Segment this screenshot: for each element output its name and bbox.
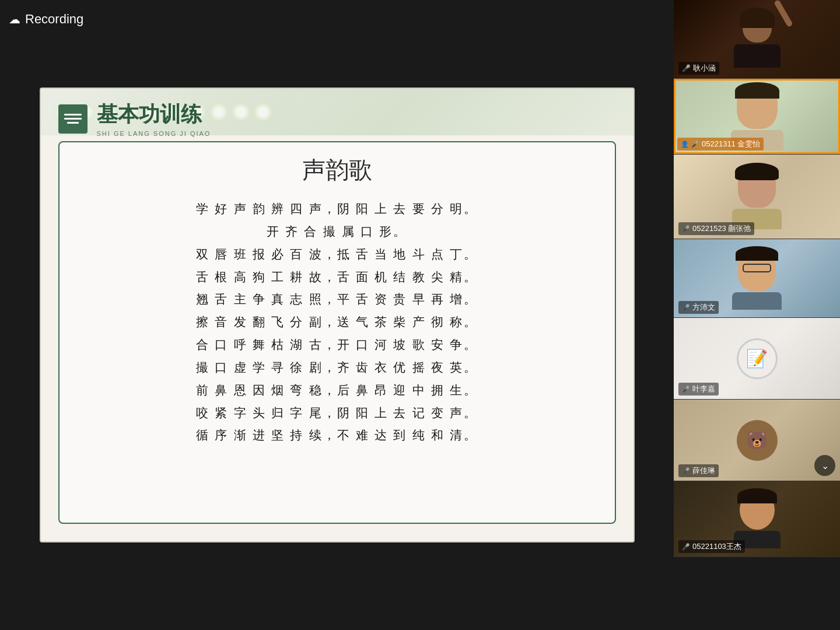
mic-icon-7: 🎤	[682, 543, 690, 551]
participant-name-label-5: 🎤 叶李嘉	[678, 383, 719, 396]
poem-line-1: 学 好 声 韵 辨 四 声，阴 阳 上 去 要 分 明。	[196, 198, 478, 220]
participant-tile-2: 👤 🎤 05221311 金雯怡	[674, 79, 840, 155]
participant-tile-4: 🎤 方沛文	[674, 239, 840, 318]
icon-line-3	[67, 122, 79, 124]
slide-container: 基本功训练 SHI GE LANG SONG JI QIAO 声韵歌 学 好 声…	[40, 88, 635, 542]
participant-name-label-2: 👤 🎤 05221311 金雯怡	[677, 138, 764, 150]
mic-icon-1: 🎤	[682, 64, 691, 72]
participants-sidebar: 🎤 耿小涵 👤 🎤 05221311 金雯怡	[674, 0, 840, 630]
person-head-1	[743, 10, 772, 43]
scroll-down-button[interactable]: ⌄	[814, 455, 835, 476]
poem-line-11: 循 序 渐 进 坚 持 续，不 难 达 到 纯 和 清。	[196, 424, 478, 447]
icon-line-2	[64, 118, 82, 120]
person-body-4	[732, 292, 782, 310]
poem-content: 学 好 声 韵 辨 四 声，阴 阳 上 去 要 分 明。 开 齐 合 撮 属 口…	[196, 198, 478, 447]
participant-name-6: 薛佳琳	[692, 466, 715, 476]
poem-line-4: 舌 根 高 狗 工 耕 故，舌 面 机 结 教 尖 精。	[196, 266, 478, 289]
avatar-6: 🐻	[737, 420, 778, 461]
participant-visual-3	[732, 164, 782, 229]
person-face-4	[738, 247, 776, 291]
person-silhouette-1	[734, 10, 780, 68]
flower-8	[210, 103, 228, 121]
poem-line-5: 翘 舌 主 争 真 志 照，平 舌 资 贵 早 再 增。	[196, 288, 478, 311]
mic-icon-5: 🎤	[682, 386, 690, 393]
person-glasses-4	[743, 264, 771, 272]
main-title-chinese: 基本功训练	[97, 100, 211, 129]
participant-name-5: 叶李嘉	[692, 384, 715, 394]
person-hair-2	[735, 82, 779, 99]
avatar-5: 📝	[737, 338, 778, 379]
poem-line-9: 前 鼻 恩 因 烟 弯 稳，后 鼻 昂 迎 中 拥 生。	[196, 379, 478, 402]
poem-line-6: 擦 音 发 翻 飞 分 副，送 气 茶 柴 产 彻 称。	[196, 311, 478, 334]
participant-tile-6: 🐻 🎤 薛佳琳 ⌄	[674, 400, 840, 481]
icon-line-1	[64, 114, 82, 116]
poem-title: 声韵歌	[302, 154, 372, 186]
avatar-icon-6: 🐻	[746, 430, 768, 450]
poem-line-7: 合 口 呼 舞 枯 湖 古，开 口 河 坡 歌 安 争。	[196, 334, 478, 356]
participant-tile-5: 📝 🎤 叶李嘉	[674, 318, 840, 400]
main-content-area: ☁ Recording 基本功训练 SHI GE	[0, 0, 674, 630]
arm-raised-1	[774, 0, 793, 27]
participant-name-3: 05221523 蒯张弛	[692, 223, 751, 234]
participant-tile-1: 🎤 耿小涵	[674, 0, 840, 79]
participant-visual-4	[732, 247, 782, 310]
participant-tile-3: 🎤 05221523 蒯张弛	[674, 155, 840, 239]
mic-icon-6: 🎤	[682, 467, 690, 475]
person-hair-4	[736, 246, 778, 261]
poem-line-2: 开 齐 合 撮 属 口 形。	[196, 220, 478, 243]
poem-line-3: 双 唇 班 报 必 百 波，抵 舌 当 地 斗 点 丁。	[196, 243, 478, 266]
person-icon-2: 👤	[681, 141, 689, 148]
person-face-3	[738, 164, 776, 208]
participant-name-2: 05221311 金雯怡	[702, 139, 760, 149]
participant-name-label-4: 🎤 方沛文	[678, 301, 719, 314]
mic-icon-2: 🎤	[691, 141, 699, 148]
recording-badge: ☁ Recording	[9, 12, 83, 27]
person-face-2	[737, 82, 778, 129]
participant-visual-7	[734, 490, 780, 548]
avatar-icon-5: 📝	[746, 348, 768, 369]
main-title-pinyin: SHI GE LANG SONG JI QIAO	[97, 130, 211, 137]
person-face-7	[740, 490, 775, 530]
poem-line-10: 咬 紧 字 头 归 字 尾，阴 阳 上 去 记 变 声。	[196, 402, 478, 425]
content-box: 声韵歌 学 好 声 韵 辨 四 声，阴 阳 上 去 要 分 明。 开 齐 合 撮…	[58, 141, 616, 524]
cloud-icon: ☁	[9, 12, 20, 26]
participant-name-label-3: 🎤 05221523 蒯张弛	[678, 222, 754, 235]
participant-name-label-6: 🎤 薛佳琳	[678, 464, 719, 477]
participant-name-label-7: 🎤 05221103王杰	[678, 540, 745, 553]
person-hair-3	[735, 163, 779, 180]
slide-title-text: 基本功训练 SHI GE LANG SONG JI QIAO	[97, 100, 211, 137]
flower-10	[254, 103, 272, 121]
person-hair-1	[740, 8, 775, 28]
person-body-1	[734, 44, 780, 68]
slide-title-section: 基本功训练 SHI GE LANG SONG JI QIAO	[58, 100, 211, 137]
mic-icon-4: 🎤	[682, 304, 690, 312]
participant-name-7: 05221103王杰	[692, 541, 741, 552]
participant-name-4: 方沛文	[692, 302, 715, 313]
mic-icon-3: 🎤	[682, 225, 690, 233]
poem-line-8: 撮 口 虚 学 寻 徐 剧，齐 齿 衣 优 摇 夜 英。	[196, 356, 478, 379]
participant-name-1: 耿小涵	[693, 63, 716, 74]
recording-label: Recording	[25, 12, 83, 27]
participant-tile-7: 🎤 05221103王杰	[674, 481, 840, 557]
flower-9	[232, 103, 250, 121]
title-icon	[58, 104, 88, 134]
person-hair-7	[737, 488, 777, 503]
participant-name-label-1: 🎤 耿小涵	[678, 62, 719, 75]
